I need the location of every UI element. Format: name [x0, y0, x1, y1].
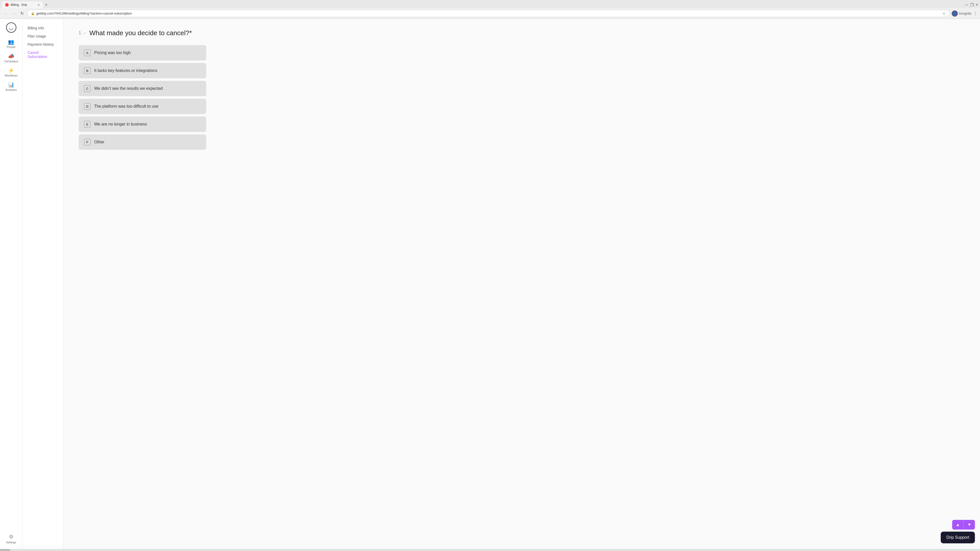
option-label-f: Other [94, 140, 104, 144]
address-bar-row: ← → ↻ 🔒 getdrip.com/7641396/settings/bil… [0, 8, 980, 19]
option-key-e: E [84, 121, 91, 127]
workflows-icon: ⚡ [8, 68, 14, 73]
sidebar-bottom: ⚙ Settings [2, 532, 21, 546]
title-bar: 🔴 Billing · Drip × + ─ ❐ × [0, 0, 980, 8]
analytics-icon: 📊 [8, 82, 14, 87]
option-a[interactable]: A Pricing was too high [79, 45, 206, 60]
primary-sidebar: 👥 People 📣 Campaigns ⚡ Workflows 📊 Analy… [0, 19, 22, 549]
nav-item-plan-usage[interactable]: Plan Usage [22, 32, 63, 40]
analytics-label: Analytics [5, 88, 17, 91]
address-bar[interactable]: 🔒 getdrip.com/7641396/settings/billing?s… [27, 10, 950, 17]
support-nav-down-button[interactable]: ▼ [964, 520, 975, 530]
question-title: What made you decide to cancel?* [89, 29, 192, 37]
step-number: 1 [79, 30, 81, 36]
question-header: 1 → What made you decide to cancel?* [79, 29, 965, 37]
option-b[interactable]: B It lacks key features or integrations [79, 63, 206, 78]
bookmark-icon[interactable]: ☆ [942, 11, 946, 16]
support-nav-buttons: ▲ ▼ [952, 520, 975, 530]
sidebar-item-settings[interactable]: ⚙ Settings [2, 532, 21, 546]
new-tab-button[interactable]: + [43, 2, 49, 8]
window-controls: ─ ❐ × [965, 3, 978, 7]
address-text: getdrip.com/7641396/settings/billing?sec… [36, 11, 941, 15]
settings-icon: ⚙ [9, 534, 14, 540]
option-label-e: We are no longer in business [94, 122, 147, 127]
forward-button[interactable]: → [11, 11, 17, 16]
tab-favicon: 🔴 [5, 3, 9, 6]
lock-icon: 🔒 [31, 12, 35, 15]
sidebar-nav: 👥 People 📣 Campaigns ⚡ Workflows 📊 Analy… [2, 37, 21, 532]
horizontal-scrollbar[interactable] [0, 549, 980, 551]
close-window-button[interactable]: × [976, 3, 978, 7]
option-c[interactable]: C We didn't see the results we expected [79, 81, 206, 96]
campaigns-label: Campaigns [4, 60, 18, 63]
nav-item-payment-history[interactable]: Payment History [22, 40, 63, 48]
browser-chrome: 🔴 Billing · Drip × + ─ ❐ × ← → ↻ 🔒 getdr… [0, 0, 980, 19]
campaigns-icon: 📣 [8, 54, 14, 59]
option-d[interactable]: D The platform was too difficult to use [79, 99, 206, 114]
scrollbar-thumb[interactable] [0, 549, 10, 551]
support-nav-up-button[interactable]: ▲ [952, 520, 964, 530]
browser-menu-button[interactable]: ⋮ [974, 11, 977, 16]
drip-support-button[interactable]: Drip Support [941, 532, 975, 543]
profile-area[interactable]: 👤 Incognito [952, 11, 971, 17]
browser-tab[interactable]: 🔴 Billing · Drip × [2, 2, 43, 8]
step-arrow: → [82, 31, 86, 35]
main-content: 1 → What made you decide to cancel?* A P… [63, 19, 980, 549]
nav-item-cancel-subscription[interactable]: Cancel Subscription [22, 48, 63, 61]
restore-button[interactable]: ❐ [970, 3, 974, 7]
people-icon: 👥 [8, 39, 14, 44]
sidebar-item-analytics[interactable]: 📊 Analytics [2, 80, 21, 94]
back-button[interactable]: ← [3, 11, 9, 16]
option-label-a: Pricing was too high [94, 51, 130, 55]
option-key-f: F [84, 139, 91, 145]
sidebar-item-people[interactable]: 👥 People [2, 37, 21, 51]
workflows-label: Workflows [5, 74, 18, 77]
people-label: People [6, 45, 15, 48]
option-label-c: We didn't see the results we expected [94, 86, 163, 91]
step-indicator: 1 → [79, 30, 86, 36]
profile-icon: 👤 [952, 11, 958, 17]
sidebar-item-campaigns[interactable]: 📣 Campaigns [2, 52, 21, 65]
minimize-button[interactable]: ─ [965, 3, 968, 7]
refresh-button[interactable]: ↻ [19, 11, 25, 16]
nav-item-billing-info[interactable]: Billing Info [22, 24, 63, 32]
option-e[interactable]: E We are no longer in business [79, 117, 206, 132]
drip-logo-icon [6, 22, 16, 33]
settings-label: Settings [6, 541, 16, 544]
tab-close-button[interactable]: × [38, 3, 40, 6]
app-logo [6, 22, 17, 33]
sidebar-item-workflows[interactable]: ⚡ Workflows [2, 66, 21, 79]
option-label-b: It lacks key features or integrations [94, 68, 157, 73]
profile-label: Incognito [959, 12, 971, 15]
app-layout: 👥 People 📣 Campaigns ⚡ Workflows 📊 Analy… [0, 19, 980, 549]
tab-title: Billing · Drip [11, 3, 27, 6]
option-key-d: D [84, 103, 91, 110]
option-label-d: The platform was too difficult to use [94, 104, 158, 109]
secondary-nav: Billing Info Plan Usage Payment History … [22, 19, 63, 549]
option-key-c: C [84, 85, 91, 92]
options-list: A Pricing was too high B It lacks key fe… [79, 45, 206, 150]
option-key-b: B [84, 67, 91, 74]
drip-support-area: ▲ ▼ Drip Support [941, 520, 975, 543]
option-key-a: A [84, 49, 91, 56]
option-f[interactable]: F Other [79, 135, 206, 150]
